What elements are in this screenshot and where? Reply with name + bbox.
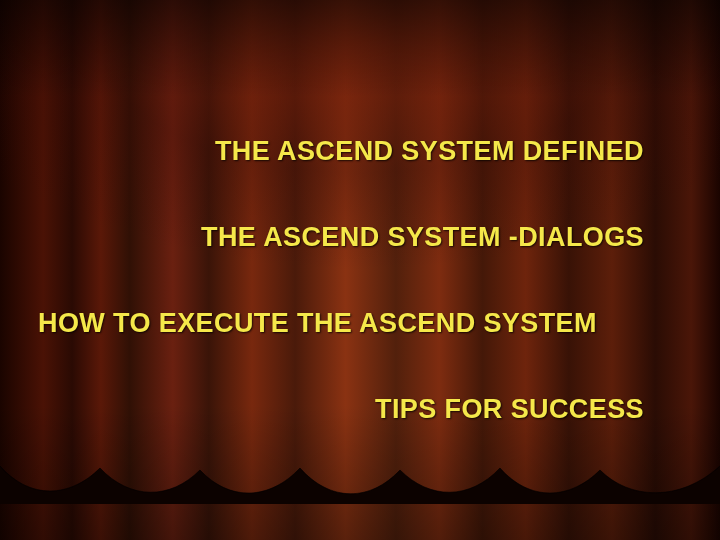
heading-line-2: THE ASCEND SYSTEM -DIALOGS: [201, 222, 644, 253]
heading-line-4: TIPS FOR SUCCESS: [375, 394, 644, 425]
slide-content: THE ASCEND SYSTEM DEFINED THE ASCEND SYS…: [0, 0, 720, 540]
heading-line-1: THE ASCEND SYSTEM DEFINED: [215, 136, 644, 167]
heading-line-3: HOW TO EXECUTE THE ASCEND SYSTEM: [38, 308, 597, 339]
